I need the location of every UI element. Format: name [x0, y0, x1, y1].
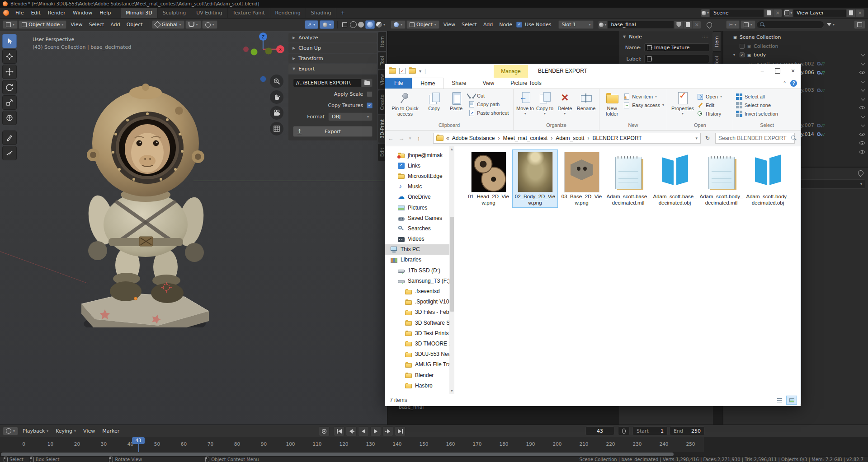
use-nodes-checkbox[interactable]: [516, 22, 522, 28]
collapse-ribbon-icon[interactable]: ^: [783, 81, 786, 86]
move-to-button[interactable]: Move to▾: [516, 91, 534, 117]
paste-shortcut-button[interactable]: Paste shortcut: [468, 109, 509, 117]
maximize-button[interactable]: [770, 64, 785, 78]
shading-rendered-button[interactable]: [376, 22, 382, 28]
new-viewlayer-button[interactable]: [846, 9, 855, 17]
new-folder-button[interactable]: New folder: [602, 91, 622, 117]
node-label-field[interactable]: [644, 55, 709, 63]
nav-pane-item[interactable]: .Spotlight-V100: [385, 297, 454, 307]
search-input[interactable]: [716, 135, 791, 141]
nav-pane-item[interactable]: Libraries: [385, 255, 454, 265]
panel-section-collapsed[interactable]: ▶Analyze: [288, 33, 377, 42]
xray-toggle-icon[interactable]: [342, 22, 347, 27]
mesh-data-icon[interactable]: [822, 132, 825, 136]
camera-view-button[interactable]: [270, 106, 283, 120]
workspace-tab[interactable]: Rendering: [270, 8, 306, 18]
frame-start-field[interactable]: Start1: [632, 426, 668, 435]
menu-item[interactable]: Render: [44, 8, 69, 18]
modifier-wrench-icon[interactable]: [817, 71, 821, 75]
menu-item[interactable]: Window: [69, 8, 96, 18]
panel-drag-handle[interactable]: ::::: [702, 35, 709, 39]
up-button[interactable]: ↑: [413, 135, 424, 142]
fake-user-button[interactable]: [674, 21, 683, 29]
visibility-eye-icon[interactable]: [859, 150, 865, 154]
select-box-tool[interactable]: [2, 34, 17, 48]
shading-wireframe-button[interactable]: [350, 21, 357, 28]
workspace-tab[interactable]: Shading: [306, 8, 337, 18]
row-chevron-icon[interactable]: [860, 114, 865, 118]
current-frame-field[interactable]: 43: [585, 426, 614, 435]
export-path-field[interactable]: //..\BLENDER EXPORT\: [293, 79, 362, 87]
viewlayer-name-field[interactable]: View Layer: [793, 9, 846, 17]
folder-icon[interactable]: [409, 68, 416, 74]
menu-item[interactable]: Edit: [27, 8, 44, 18]
panel-section-export[interactable]: ▼Export: [288, 64, 377, 74]
format-dropdown[interactable]: OBJ▾: [328, 112, 373, 121]
explorer-titlebar[interactable]: ✓ ▾ | Manage BLENDER EXPORT – ×: [385, 64, 801, 78]
address-bar[interactable]: « Adobe SubstanceMeet_mat_contestAdam_sc…: [433, 133, 701, 144]
modifier-wrench-icon[interactable]: [817, 89, 821, 92]
rename-button[interactable]: Rename: [576, 91, 596, 111]
blender-menu-icon[interactable]: [0, 8, 12, 18]
mesh-data-icon[interactable]: [822, 61, 825, 66]
annotate-tool[interactable]: [2, 131, 17, 145]
auto-keying-toggle[interactable]: [319, 426, 330, 436]
breadcrumb-segment[interactable]: Meet_mat_contest: [503, 135, 556, 141]
search-box[interactable]: [715, 133, 795, 144]
history-button[interactable]: History: [697, 110, 722, 117]
nav-pane-item[interactable]: Samsung_T3 (F:): [385, 275, 454, 286]
ribbon-tab[interactable]: File: [385, 78, 412, 89]
use-preview-range-button[interactable]: [618, 426, 630, 435]
outliner-row[interactable]: ▾ Collection: [723, 42, 868, 51]
nav-pane-item[interactable]: OneDrive: [385, 192, 454, 202]
file-item[interactable]: Adam_scott-base_decimated.obj: [652, 150, 697, 207]
nav-pane-item[interactable]: 3D TMOORE 2: [385, 338, 454, 349]
browse-folder-button[interactable]: [362, 79, 373, 87]
menu-item[interactable]: Help: [96, 8, 114, 18]
breadcrumb-segment[interactable]: BLENDER EXPORT: [593, 135, 642, 141]
ribbon-tab[interactable]: Home: [412, 78, 443, 89]
back-button[interactable]: ←: [385, 135, 396, 142]
next-keyframe-button[interactable]: [382, 426, 393, 436]
menu-item[interactable]: File: [12, 8, 27, 18]
copy-to-button[interactable]: Copy to▾: [536, 91, 553, 117]
collapse-arrow-icon[interactable]: ▼: [623, 35, 626, 39]
modifier-wrench-icon[interactable]: [817, 124, 821, 127]
slot-selector[interactable]: Slot 1▾: [558, 20, 594, 29]
mesh-data-icon[interactable]: [822, 70, 825, 75]
nav-pane-item[interactable]: Links: [385, 160, 454, 171]
nav-pane-item[interactable]: 3D Software Se: [385, 317, 454, 328]
shader-menu-item[interactable]: View: [440, 22, 458, 28]
recent-locations-icon[interactable]: ▾: [407, 136, 413, 140]
nav-pane-item[interactable]: 3D Test Prints: [385, 328, 454, 338]
folder-icon[interactable]: [389, 68, 396, 74]
file-item[interactable]: Adam_scott-body_decimated.mtl: [699, 150, 744, 207]
transform-tool[interactable]: [2, 111, 17, 125]
nav-pane-item[interactable]: Pictures: [385, 202, 454, 213]
nav-pane-item[interactable]: This PC: [385, 244, 454, 255]
select-all-button[interactable]: Select all: [736, 93, 778, 100]
mesh-data-icon[interactable]: [822, 88, 825, 93]
paste-button[interactable]: Paste: [446, 91, 467, 111]
shader-type-selector[interactable]: Object▾: [406, 20, 439, 29]
viewport-3d[interactable]: User Perspective (43) Scene Collection |…: [0, 31, 388, 425]
workspace-tab[interactable]: UV Editing: [191, 8, 227, 18]
file-item[interactable]: Adam_scott-body_decimated.obj: [745, 150, 790, 207]
row-chevron-icon[interactable]: [860, 52, 865, 56]
gizmos-toggle[interactable]: ↗▾: [305, 20, 318, 29]
rotate-tool[interactable]: [2, 80, 17, 94]
play-button[interactable]: [370, 426, 381, 436]
nav-pane-item[interactable]: Blender: [385, 370, 454, 380]
material-name-field[interactable]: base_final: [607, 21, 674, 29]
workspace-tab[interactable]: Mimaki 3D: [121, 8, 157, 18]
viewport-menu-item[interactable]: Object: [123, 22, 146, 28]
node-name-field[interactable]: Image Texture: [644, 43, 709, 52]
new-scene-button[interactable]: [764, 9, 773, 17]
visibility-eye-icon[interactable]: [859, 71, 865, 74]
viewport-menu-item[interactable]: View: [67, 22, 85, 28]
scrollbar-thumb[interactable]: [1, 453, 674, 456]
frame-end-field[interactable]: End250: [670, 426, 705, 435]
nav-pane-item[interactable]: MicrosoftEdge: [385, 171, 454, 181]
pin-icon[interactable]: [857, 169, 865, 177]
row-chevron-icon[interactable]: [860, 87, 865, 92]
